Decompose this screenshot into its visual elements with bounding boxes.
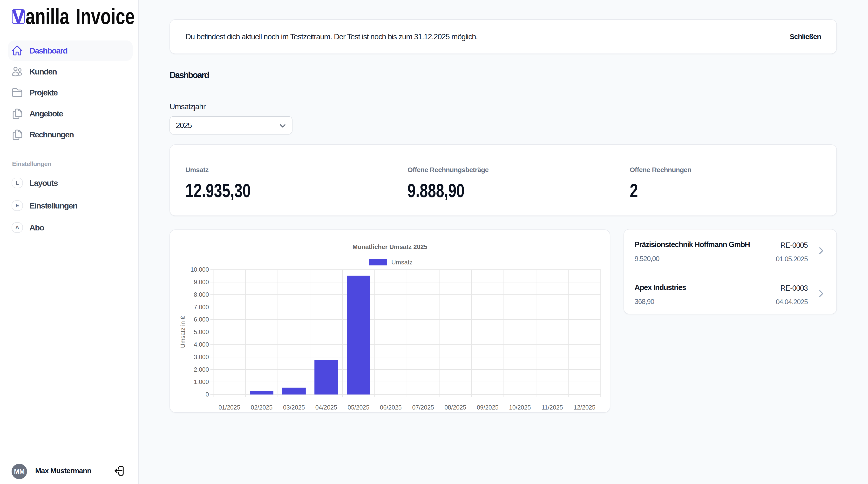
- svg-text:03/2025: 03/2025: [283, 404, 305, 411]
- svg-text:06/2025: 06/2025: [380, 404, 402, 411]
- svg-text:07/2025: 07/2025: [412, 404, 434, 411]
- svg-text:2.000: 2.000: [194, 366, 209, 373]
- svg-text:5.000: 5.000: [194, 328, 209, 335]
- svg-text:12/2025: 12/2025: [574, 404, 595, 411]
- svg-text:10/2025: 10/2025: [509, 404, 531, 411]
- svg-text:0: 0: [206, 391, 209, 398]
- svg-text:09/2025: 09/2025: [477, 404, 498, 411]
- svg-text:8.000: 8.000: [194, 291, 209, 298]
- svg-text:Umsatz: Umsatz: [391, 259, 412, 266]
- svg-text:4.000: 4.000: [194, 341, 209, 348]
- svg-text:04/2025: 04/2025: [315, 404, 337, 411]
- svg-text:1.000: 1.000: [194, 379, 209, 385]
- svg-text:3.000: 3.000: [194, 354, 209, 360]
- svg-text:Umsatz in €: Umsatz in €: [179, 316, 186, 348]
- svg-text:9.000: 9.000: [194, 279, 209, 285]
- svg-text:6.000: 6.000: [194, 316, 209, 323]
- svg-text:Monatlicher Umsatz 2025: Monatlicher Umsatz 2025: [352, 243, 428, 251]
- svg-text:08/2025: 08/2025: [444, 404, 466, 411]
- svg-text:01/2025: 01/2025: [218, 404, 240, 411]
- svg-text:7.000: 7.000: [194, 304, 209, 311]
- svg-text:11/2025: 11/2025: [541, 404, 563, 411]
- svg-text:10.000: 10.000: [190, 266, 209, 273]
- svg-text:02/2025: 02/2025: [251, 404, 273, 411]
- svg-text:05/2025: 05/2025: [348, 404, 369, 411]
